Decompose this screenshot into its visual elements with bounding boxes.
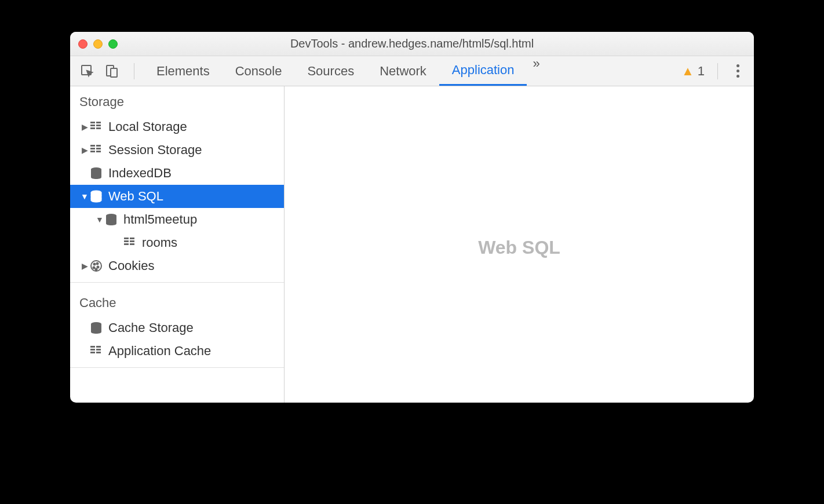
- table-icon: [122, 235, 137, 250]
- database-icon: [89, 320, 104, 335]
- svg-rect-2: [111, 68, 117, 77]
- svg-rect-20: [124, 240, 129, 242]
- table-icon: [89, 143, 104, 158]
- sidebar-item-session-storage[interactable]: ▶ Session Storage: [70, 138, 284, 162]
- sidebar-item-label: Web SQL: [108, 189, 163, 204]
- database-icon: [89, 166, 104, 181]
- chevron-right-icon: ▶: [81, 145, 89, 155]
- svg-rect-6: [96, 125, 101, 126]
- svg-rect-19: [130, 238, 134, 239]
- toolbar: Elements Console Sources Network Applica…: [70, 56, 754, 86]
- window-controls: [78, 39, 118, 49]
- panel-tabs: Elements Console Sources Network Applica…: [144, 56, 546, 86]
- sidebar-item-local-storage[interactable]: ▶ Local Storage: [70, 115, 284, 138]
- storage-section-header: Storage: [70, 86, 284, 115]
- toolbar-right: ▲ 1: [681, 63, 749, 79]
- application-sidebar: Storage ▶ Local Storage ▶ Session Storag…: [70, 86, 285, 403]
- settings-menu-icon[interactable]: [731, 64, 745, 78]
- sidebar-item-label: IndexedDB: [108, 166, 172, 181]
- window-title: DevTools - andrew.hedges.name/html5/sql.…: [70, 37, 754, 50]
- svg-rect-18: [124, 238, 129, 239]
- svg-rect-3: [90, 122, 95, 123]
- database-icon: [104, 212, 119, 227]
- minimize-icon[interactable]: [93, 39, 103, 49]
- svg-point-26: [97, 263, 99, 265]
- sidebar-item-websql[interactable]: ▼ Web SQL: [70, 185, 284, 208]
- svg-rect-23: [130, 243, 134, 245]
- svg-rect-12: [96, 148, 101, 149]
- sidebar-item-label: Application Cache: [108, 344, 211, 359]
- separator: [134, 63, 134, 79]
- chevron-right-icon: ▶: [81, 122, 89, 132]
- warning-count: 1: [698, 64, 705, 79]
- warnings-badge[interactable]: ▲ 1: [681, 64, 705, 79]
- tab-sources[interactable]: Sources: [294, 56, 367, 86]
- svg-rect-33: [90, 349, 95, 350]
- tab-console[interactable]: Console: [223, 56, 295, 86]
- close-icon[interactable]: [78, 39, 87, 49]
- sidebar-item-indexeddb[interactable]: IndexedDB: [70, 162, 284, 185]
- svg-rect-11: [90, 148, 95, 149]
- svg-point-27: [93, 267, 95, 269]
- tab-elements[interactable]: Elements: [144, 56, 223, 86]
- sidebar-item-label: Cookies: [108, 258, 154, 273]
- warning-icon: ▲: [681, 64, 694, 79]
- cookie-icon: [89, 258, 104, 273]
- svg-rect-31: [90, 346, 95, 348]
- svg-rect-10: [96, 145, 101, 147]
- svg-rect-22: [124, 243, 129, 245]
- chevron-down-icon: ▼: [81, 192, 89, 201]
- sidebar-item-label: rooms: [142, 235, 177, 250]
- tab-network[interactable]: Network: [367, 56, 439, 86]
- table-icon: [89, 344, 104, 359]
- svg-rect-13: [90, 151, 95, 152]
- main-heading: Web SQL: [478, 237, 560, 258]
- table-icon: [89, 119, 104, 134]
- cache-section-header: Cache: [70, 287, 284, 316]
- svg-rect-5: [90, 125, 95, 126]
- sidebar-item-cache-storage[interactable]: Cache Storage: [70, 316, 284, 339]
- sidebar-item-label: Session Storage: [108, 143, 202, 158]
- sidebar-item-websql-table[interactable]: rooms: [70, 231, 284, 254]
- chevron-down-icon: ▼: [96, 215, 104, 224]
- svg-point-25: [94, 264, 96, 265]
- svg-point-29: [96, 269, 97, 271]
- svg-rect-21: [130, 240, 134, 242]
- svg-rect-4: [96, 122, 101, 123]
- main-panel: Web SQL: [285, 86, 754, 403]
- svg-rect-8: [96, 127, 101, 129]
- svg-rect-35: [90, 352, 95, 353]
- svg-rect-32: [96, 346, 101, 348]
- sidebar-item-label: Local Storage: [108, 119, 187, 134]
- panel-body: Storage ▶ Local Storage ▶ Session Storag…: [70, 86, 754, 403]
- svg-rect-34: [96, 349, 101, 350]
- chevron-right-icon: ▶: [81, 261, 89, 271]
- svg-rect-14: [96, 151, 101, 152]
- separator: [717, 63, 718, 79]
- svg-rect-7: [90, 127, 95, 129]
- device-toolbar-icon[interactable]: [105, 64, 119, 78]
- sidebar-item-label: html5meetup: [123, 212, 197, 227]
- sidebar-item-websql-database[interactable]: ▼ html5meetup: [70, 208, 284, 231]
- sidebar-item-cookies[interactable]: ▶ Cookies: [70, 254, 284, 277]
- sidebar-item-application-cache[interactable]: Application Cache: [70, 339, 284, 363]
- zoom-icon[interactable]: [108, 39, 118, 49]
- tab-application[interactable]: Application: [439, 56, 527, 86]
- svg-rect-9: [90, 145, 95, 147]
- divider: [70, 367, 284, 368]
- devtools-window: DevTools - andrew.hedges.name/html5/sql.…: [70, 32, 754, 403]
- toolbar-left: [75, 64, 125, 78]
- svg-rect-36: [96, 352, 101, 353]
- sidebar-item-label: Cache Storage: [108, 320, 194, 335]
- more-tabs-icon[interactable]: »: [527, 56, 545, 86]
- inspect-element-icon[interactable]: [81, 64, 94, 78]
- database-icon: [89, 189, 104, 204]
- titlebar: DevTools - andrew.hedges.name/html5/sql.…: [70, 32, 754, 56]
- divider: [70, 282, 284, 283]
- svg-point-28: [97, 266, 99, 268]
